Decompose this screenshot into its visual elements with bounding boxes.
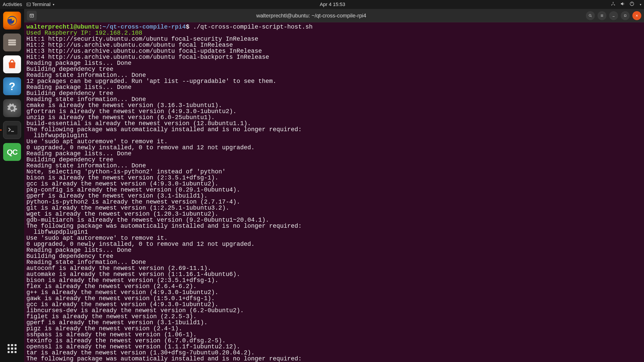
output-line: pkg-config is already the newest version…: [26, 187, 642, 193]
search-button[interactable]: [586, 11, 595, 20]
output-line: 12 packages can be upgraded. Run 'apt li…: [26, 78, 642, 84]
output-line: cmake is already the newest version (3.1…: [26, 103, 642, 109]
new-tab-button[interactable]: [27, 11, 37, 20]
output-line: automake is already the newest version (…: [26, 272, 642, 278]
shopping-bag-icon: [6, 58, 18, 70]
output-line: wget is already the newest version (1.20…: [26, 211, 642, 217]
prompt-line: walterprechtl@ubuntu:~/qt-cross-compile-…: [26, 24, 642, 30]
system-menu-caret-icon[interactable]: ▾: [640, 3, 641, 6]
output-line: The following package was automatically …: [26, 127, 642, 133]
output-line: bison is already the newest version (2:3…: [26, 175, 642, 181]
output-line: Hit:4 http://us.archive.ubuntu.com/ubunt…: [26, 54, 642, 60]
terminal-body[interactable]: walterprechtl@ubuntu:~/qt-cross-compile-…: [24, 22, 644, 362]
dock-terminal[interactable]: [3, 121, 21, 139]
volume-icon[interactable]: [620, 1, 625, 7]
output-line: autoconf is already the newest version (…: [26, 266, 642, 272]
svg-point-9: [12, 59, 12, 60]
output-line: Reading package lists... Done: [26, 247, 642, 253]
output-line: Reading package lists... Done: [26, 60, 642, 66]
hamburger-menu-button[interactable]: [598, 11, 606, 20]
output-line: Reading package lists... Done: [26, 151, 642, 157]
output-line: 0 upgraded, 0 newly installed, 0 to remo…: [26, 241, 642, 247]
output-line: build-essential is already the newest ve…: [26, 121, 642, 127]
chevron-down-icon: ▾: [53, 3, 54, 6]
output-line: Hit:3 http://us.archive.ubuntu.com/ubunt…: [26, 48, 642, 54]
show-applications[interactable]: [3, 340, 21, 358]
output-line: libncurses-dev is already the newest ver…: [26, 308, 642, 314]
output-line: libfwupdplugin1: [26, 133, 642, 139]
output-line: texinfo is already the newest version (6…: [26, 338, 642, 344]
output-line: Building dependency tree: [26, 253, 642, 259]
dock-help[interactable]: ?: [3, 77, 21, 95]
output-line: gfortran is already the newest version (…: [26, 109, 642, 115]
terminal-window: walterprechtl@ubuntu: ~/qt-cross-compile…: [24, 9, 644, 362]
output-line: Building dependency tree: [26, 90, 642, 96]
dock-software[interactable]: [3, 55, 21, 73]
output-line: gperf is already the newest version (3.1…: [26, 320, 642, 326]
output-line: 0 upgraded, 0 newly installed, 0 to remo…: [26, 145, 642, 151]
output-line: Building dependency tree: [26, 157, 642, 163]
window-title: walterprechtl@ubuntu: ~/qt-cross-compile…: [37, 12, 586, 19]
clock[interactable]: Apr 4 15:53: [54, 1, 611, 7]
svg-point-1: [613, 2, 614, 3]
terminal-app-icon: [7, 126, 18, 134]
minimize-icon: [612, 14, 616, 18]
output-line: The following package was automatically …: [26, 356, 642, 362]
output-line: python-is-python2 is already the newest …: [26, 199, 642, 205]
grid-icon: [8, 344, 16, 353]
output-line: g++ is already the newest version (4:9.3…: [26, 290, 642, 296]
dock-settings[interactable]: [3, 99, 21, 117]
output-line: Hit:1 http://security.ubuntu.com/ubuntu …: [26, 36, 642, 42]
search-icon: [588, 14, 592, 18]
output-line: unzip is already the newest version (6.0…: [26, 115, 642, 121]
dock-qtcreator[interactable]: QC: [3, 143, 21, 161]
svg-rect-0: [27, 3, 30, 6]
output-line: gawk is already the newest version (1:5.…: [26, 296, 642, 302]
close-icon: [635, 14, 639, 18]
files-icon: [7, 37, 17, 48]
dock-firefox[interactable]: [3, 12, 21, 29]
maximize-button[interactable]: [621, 11, 630, 20]
dock: ? QC: [0, 9, 24, 362]
output-line: Reading state information... Done: [26, 163, 642, 169]
info-line: Used Raspberry IP: 192.168.2.108: [26, 30, 642, 36]
gear-icon: [6, 103, 18, 114]
terminal-icon: [26, 2, 31, 6]
close-button[interactable]: [632, 11, 641, 20]
output-line: libfwupdplugin1: [26, 229, 642, 235]
svg-point-12: [589, 14, 591, 16]
minimize-button[interactable]: [609, 11, 618, 20]
activities-button[interactable]: Activities: [3, 1, 22, 7]
network-icon[interactable]: [611, 1, 616, 7]
svg-rect-7: [8, 41, 16, 43]
gnome-top-panel: Activities Terminal ▾ Apr 4 15:53 ▾: [0, 0, 644, 9]
dock-files[interactable]: [3, 33, 21, 51]
output-line: gcc is already the newest version (4:9.3…: [26, 302, 642, 308]
app-menu-label: Terminal: [32, 1, 50, 7]
new-tab-icon: [29, 13, 34, 18]
output-line: gcc is already the newest version (4:9.3…: [26, 181, 642, 187]
svg-rect-13: [624, 15, 626, 16]
output-line: Use 'sudo apt autoremove' to remove it.: [26, 235, 642, 241]
output-line: Building dependency tree: [26, 66, 642, 72]
output-line: pigz is already the newest version (2.4-…: [26, 326, 642, 332]
qtcreator-icon: QC: [7, 148, 18, 156]
power-icon[interactable]: [630, 1, 634, 7]
firefox-icon: [6, 15, 18, 26]
output-line: Reading state information... Done: [26, 72, 642, 78]
output-line: flex is already the newest version (2.6.…: [26, 284, 642, 290]
svg-rect-8: [8, 44, 16, 45]
svg-rect-10: [7, 126, 18, 134]
help-icon: ?: [9, 80, 15, 92]
output-line: Reading state information... Done: [26, 96, 642, 103]
output-line: Hit:2 http://us.archive.ubuntu.com/ubunt…: [26, 42, 642, 48]
output-line: Note, selecting 'python-is-python2' inst…: [26, 169, 642, 175]
output-line: sshpass is already the newest version (1…: [26, 332, 642, 338]
app-menu[interactable]: Terminal ▾: [26, 1, 54, 7]
output-line: Reading state information... Done: [26, 259, 642, 266]
svg-rect-6: [8, 39, 16, 41]
output-line: figlet is already the newest version (2.…: [26, 314, 642, 320]
output-line: Reading package lists... Done: [26, 84, 642, 90]
output-line: openssl is already the newest version (1…: [26, 344, 642, 350]
output-line: bison is already the newest version (2:3…: [26, 278, 642, 284]
